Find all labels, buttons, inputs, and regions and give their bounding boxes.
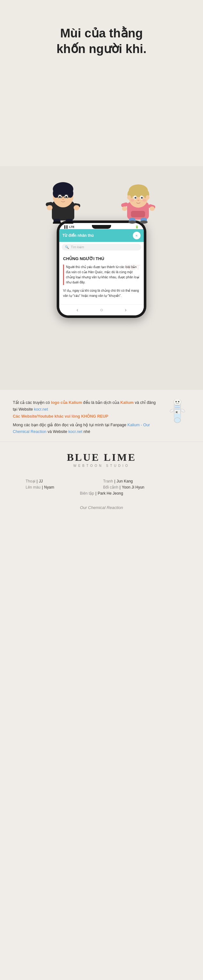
- footer-line2: đều là bản dịch của: [82, 400, 120, 405]
- svg-point-8: [66, 196, 67, 198]
- svg-point-3: [53, 189, 59, 198]
- svg-point-35: [142, 199, 146, 202]
- footer-highlight3: Các Website/Youtube khác vui lòng: [13, 414, 81, 418]
- svg-point-51: [174, 399, 181, 405]
- credit-row-tranh: Tranh | Jun Kang: [103, 479, 177, 484]
- app-content: CHỦNG NGƯỜI THÚ Người thú chủ yếu được t…: [59, 253, 144, 304]
- app-header: Từ điển nhân thú K: [59, 229, 144, 242]
- footer-line6: và Website: [46, 430, 69, 434]
- phone-bottom-nav[interactable]: ‹ ○ ›: [59, 304, 144, 315]
- credit-row-thoai: Thoại | JJ: [26, 479, 100, 484]
- svg-point-52: [176, 401, 177, 402]
- mascot-wrapper: K: [165, 399, 190, 428]
- svg-text:K: K: [176, 410, 178, 414]
- search-icon: 🔍: [65, 245, 69, 249]
- top-text-section: Mùi của thằng khốn người khi.: [0, 0, 203, 166]
- footer-no-reup: KHÔNG REUP: [81, 414, 108, 418]
- credit-role-5: Biên tập: [80, 491, 94, 496]
- svg-point-39: [150, 207, 155, 211]
- nav-back[interactable]: ‹: [77, 307, 78, 313]
- credit-role-1: Thoại: [26, 479, 35, 484]
- credits-grid: Thoại | JJ Tranh | Jun Kang Lên màu | Ny…: [6, 479, 197, 496]
- series-title: Our Chemical Reaction: [6, 505, 197, 516]
- character-left: [44, 176, 82, 224]
- credit-name-3: Nyam: [44, 485, 54, 490]
- app-title: Từ điển nhân thú: [62, 233, 94, 238]
- footer-text: Tất cả các truyện có logo của Kalium đều…: [13, 399, 158, 435]
- phone-section: ▌▌ LTE 2:13 🔋 Từ điển nhân thú K 🔍 Tìm k…: [0, 166, 203, 390]
- section-title: CHỦNG NGƯỜI THÚ: [63, 256, 140, 262]
- credit-row-boi-canh: Bối cảnh | Yoon Ji Hyun: [103, 485, 177, 490]
- svg-point-32: [141, 197, 143, 199]
- nav-forward[interactable]: ›: [125, 307, 126, 313]
- nav-home[interactable]: ○: [100, 307, 103, 313]
- credit-row-mau: Lên màu | Nyam: [26, 485, 100, 490]
- footer-highlight1: logo của Kalium: [51, 400, 82, 405]
- credit-name-4: Yoon Ji Hyun: [121, 485, 144, 490]
- footer-link3[interactable]: kocr.net: [68, 430, 82, 434]
- footer-content: Tất cả các truyện có logo của Kalium đều…: [13, 399, 190, 435]
- footer-section: Tất cả các truyện có logo của Kalium đều…: [0, 390, 203, 442]
- svg-point-43: [140, 221, 148, 224]
- main-title: Mùi của thằng khốn người khi.: [56, 25, 146, 57]
- credit-row-bien-tap: Biên tập | Park He Jeong: [26, 491, 177, 496]
- footer-highlight2: Kalium: [120, 400, 134, 405]
- svg-point-31: [134, 197, 136, 199]
- svg-point-38: [122, 207, 127, 211]
- footer-link1[interactable]: kocr.net: [34, 407, 48, 412]
- paragraph-1: Người thú chủ yếu được tạo thành từ các …: [63, 264, 140, 285]
- phone-device: ▌▌ LTE 2:13 🔋 Từ điển nhân thú K 🔍 Tìm k…: [57, 221, 146, 318]
- studio-title: BLUE LIME: [6, 452, 197, 463]
- credit-role-3: Lên màu: [26, 485, 41, 490]
- credit-role-2: Tranh: [103, 479, 113, 484]
- title-line1: Mùi của thằng: [56, 25, 146, 41]
- svg-point-53: [178, 401, 179, 402]
- svg-rect-22: [131, 211, 145, 217]
- svg-point-16: [74, 205, 79, 210]
- svg-point-33: [137, 200, 139, 201]
- character-right: [121, 179, 156, 224]
- svg-point-42: [128, 221, 136, 224]
- characters-wrapper: [41, 173, 162, 224]
- svg-point-27: [127, 195, 131, 200]
- search-placeholder: Tìm kiếm: [71, 245, 84, 249]
- studio-subtitle: WEBTOON STUDIO: [6, 464, 197, 468]
- credit-name-1: JJ: [39, 479, 43, 484]
- paragraph-2: Ví dụ, ngay cả khi cùng là chủng chó thì…: [63, 288, 140, 298]
- svg-point-28: [146, 195, 150, 200]
- svg-point-46: [174, 418, 181, 423]
- credit-name-5: Park He Jeong: [98, 491, 123, 496]
- footer-line5: Mong các bạn độc giả đón đọc và ủng hộ t…: [13, 423, 128, 427]
- search-bar[interactable]: 🔍 Tìm kiếm: [62, 244, 141, 250]
- credit-role-4: Bối cảnh: [103, 485, 118, 490]
- studio-section: BLUE LIME WEBTOON STUDIO Thoại | JJ Tran…: [0, 442, 203, 523]
- svg-point-54: [169, 408, 174, 413]
- phone-notch: [92, 225, 111, 229]
- page-wrapper: Mùi của thằng khốn người khi.: [0, 0, 203, 980]
- mascot-svg: K: [166, 399, 189, 428]
- svg-point-12: [62, 199, 64, 200]
- svg-point-7: [59, 196, 61, 198]
- footer-line1: Tất cả các truyện có: [13, 400, 51, 405]
- status-battery: 🔋: [135, 225, 139, 229]
- status-signal: ▌▌ LTE: [64, 225, 75, 229]
- title-line2: khốn người khi.: [56, 41, 146, 57]
- svg-point-4: [67, 189, 74, 198]
- footer-line7: nhé: [82, 430, 90, 434]
- app-logo: K: [133, 232, 141, 239]
- credit-name-2: Jun Kang: [117, 479, 133, 484]
- svg-point-34: [130, 199, 134, 202]
- phone-screen: ▌▌ LTE 2:13 🔋 Từ điển nhân thú K 🔍 Tìm k…: [59, 223, 144, 315]
- svg-point-15: [47, 205, 53, 210]
- svg-point-55: [180, 408, 185, 413]
